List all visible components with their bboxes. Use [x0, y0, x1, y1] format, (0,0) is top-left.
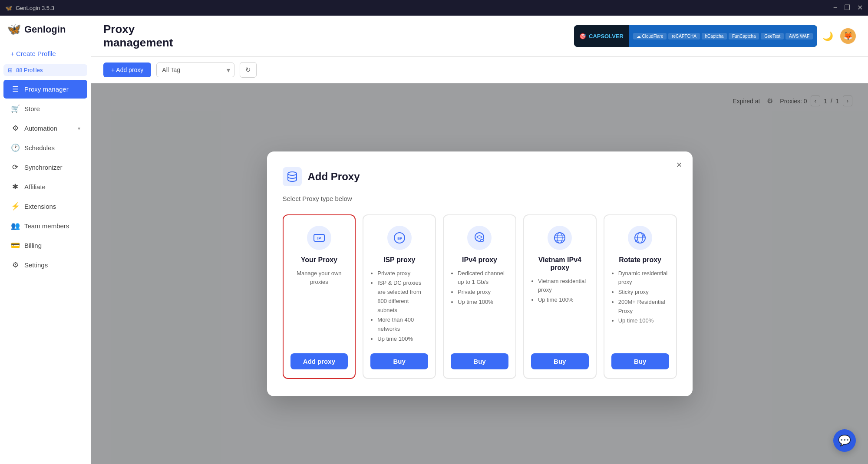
isp-proxy-title: ISP proxy	[383, 256, 416, 264]
sidebar-item-label: Proxy manager	[24, 86, 80, 93]
chevron-down-icon: ▾	[78, 125, 80, 132]
rotate-proxy-title: Rotate proxy	[619, 256, 661, 264]
schedules-icon: 🕐	[10, 143, 20, 152]
titlebar: 🦋 GenLogin 3.5.3 − ❐ ✕	[0, 0, 868, 16]
billing-icon: 💳	[10, 241, 20, 250]
proxy-card-rotate[interactable]: Rotate proxy Dynamic residential proxy S…	[604, 214, 677, 379]
sidebar-item-label: Store	[24, 105, 80, 112]
logo-icon: 🦋	[7, 23, 21, 36]
close-button[interactable]: ✕	[857, 4, 863, 11]
modal-title: Add Proxy	[308, 171, 360, 183]
banner-inner: 🎯 CAPSOLVER ☁ CloudFlare reCAPTCHA hCapt…	[574, 25, 817, 47]
sidebar-item-synchronizer[interactable]: ⟳ Synchronizer	[3, 158, 87, 177]
rotate-proxy-button[interactable]: Buy	[611, 353, 669, 369]
isp-icon: ISP	[393, 231, 406, 245]
isp-proxy-icon: ISP	[387, 226, 412, 250]
vietnam-proxy-desc: Vietnam residential proxy Up time 100%	[531, 277, 589, 345]
rotate-proxy-icon	[628, 226, 652, 250]
create-profile-button[interactable]: + Create Profile	[3, 46, 87, 61]
add-proxy-label: + Add proxy	[111, 66, 143, 73]
svg-point-0	[288, 172, 297, 175]
avatar-icon: 🦊	[843, 31, 853, 41]
add-proxy-button[interactable]: + Add proxy	[103, 63, 151, 77]
proxy-card-ipv4[interactable]: IPv4 proxy Dedicated channel up to 1 Gb/…	[443, 214, 516, 379]
modal-close-button[interactable]: ×	[677, 160, 682, 170]
modal-icon	[283, 167, 302, 186]
your-proxy-desc: Manage your own proxies	[290, 269, 348, 345]
tag-select-wrapper: All Tag	[156, 63, 234, 77]
modal-subtitle: Select Proxy type below	[283, 195, 677, 202]
create-profile-label: + Create Profile	[10, 50, 56, 57]
proxy-card-your-proxy[interactable]: IP Your Proxy Manage your own proxies Ad…	[283, 214, 356, 379]
banner-capsolver: 🎯 CAPSOLVER	[574, 25, 629, 47]
sidebar-logo: 🦋 Genlogin	[0, 23, 91, 45]
sidebar-item-label: Extensions	[24, 203, 80, 210]
sidebar-item-label: Settings	[24, 261, 80, 269]
ipv4-proxy-title: IPv4 proxy	[462, 256, 497, 264]
globe-pin-icon	[472, 231, 486, 245]
isp-proxy-desc: Private proxy ISP & DC proxies are selec…	[370, 269, 428, 345]
sidebar-item-settings[interactable]: ⚙ Settings	[3, 256, 87, 274]
tag-select[interactable]: All Tag	[156, 63, 234, 77]
ipv4-proxy-desc: Dedicated channel up to 1 Gb/s Private p…	[451, 269, 508, 345]
sidebar-item-team-members[interactable]: 👥 Team members	[3, 217, 87, 235]
maximize-button[interactable]: ❐	[844, 4, 850, 11]
chat-icon: 💬	[838, 434, 851, 447]
capsolver-icon: 🎯	[579, 33, 586, 39]
banner-tag-cloudflare: ☁ CloudFlare	[633, 33, 667, 39]
proxy-card-vietnam[interactable]: Vietnam IPv4 proxy Vietnam residential p…	[523, 214, 597, 379]
rotate-proxy-desc: Dynamic residential proxy Sticky proxy 2…	[611, 269, 669, 345]
sidebar-item-billing[interactable]: 💳 Billing	[3, 236, 87, 255]
titlebar-title: 🦋 GenLogin 3.5.3	[5, 5, 54, 11]
proxy-manager-icon: ☰	[10, 85, 20, 94]
profiles-badge: ⊞ 88 Profiles	[3, 64, 87, 76]
svg-point-7	[481, 240, 483, 241]
automation-icon: ⚙	[10, 124, 20, 133]
banner-tag-hcaptcha: hCaptcha	[702, 33, 727, 39]
sidebar: 🦋 Genlogin + Create Profile ⊞ 88 Profile…	[0, 16, 91, 464]
dark-mode-button[interactable]: 🌙	[822, 31, 833, 41]
modal-header: Add Proxy	[283, 167, 677, 186]
vietnam-proxy-button[interactable]: Buy	[531, 353, 589, 369]
add-proxy-modal: Add Proxy × Select Proxy type below IP	[267, 151, 693, 396]
ipv4-proxy-icon	[467, 226, 492, 250]
sidebar-item-label: Schedules	[24, 144, 80, 151]
sidebar-item-label: Automation	[24, 125, 73, 132]
banner-tags: ☁ CloudFlare reCAPTCHA hCaptcha FunCaptc…	[629, 25, 817, 47]
main-content: Proxy management 🎯 CAPSOLVER ☁ CloudFlar…	[91, 16, 868, 464]
database-icon	[286, 171, 298, 183]
rotate-globe-icon	[633, 231, 647, 245]
banner-tag-awswaf: AWS WAF	[785, 33, 813, 39]
sidebar-item-affiliate[interactable]: ✱ Affiliate	[3, 178, 87, 196]
header-right: 🎯 CAPSOLVER ☁ CloudFlare reCAPTCHA hCapt…	[574, 25, 856, 47]
content-area: Expired at ⚙ Proxies: 0 ‹ 1 / 1 ›	[91, 83, 868, 464]
banner-tag-funcaptcha: FunCaptcha	[729, 33, 759, 39]
globe-icon	[553, 231, 567, 245]
ip-icon: IP	[312, 231, 326, 245]
sidebar-item-automation[interactable]: ⚙ Automation ▾	[3, 119, 87, 138]
minimize-button[interactable]: −	[833, 4, 837, 11]
header-icons: 🌙 🦊	[822, 28, 856, 44]
your-proxy-button[interactable]: Add proxy	[290, 353, 348, 369]
svg-text:ISP: ISP	[396, 237, 403, 240]
profiles-icon: ⊞	[8, 67, 13, 73]
banner-tag-geetest: GeeTest	[761, 33, 784, 39]
proxy-card-isp[interactable]: ISP ISP proxy Private proxy ISP & DC pro…	[363, 214, 436, 379]
page-title: Proxy management	[103, 23, 173, 49]
affiliate-icon: ✱	[10, 182, 20, 191]
isp-proxy-button[interactable]: Buy	[370, 353, 428, 369]
sidebar-item-proxy-manager[interactable]: ☰ Proxy manager	[3, 80, 87, 99]
chat-button[interactable]: 💬	[833, 429, 856, 452]
svg-text:IP: IP	[317, 236, 321, 240]
avatar[interactable]: 🦊	[840, 28, 856, 44]
vietnam-proxy-icon	[548, 226, 572, 250]
modal-overlay[interactable]: Add Proxy × Select Proxy type below IP	[91, 83, 868, 464]
sidebar-item-store[interactable]: 🛒 Store	[3, 99, 87, 118]
ipv4-proxy-button[interactable]: Buy	[451, 353, 508, 369]
sidebar-item-extensions[interactable]: ⚡ Extensions	[3, 197, 87, 216]
sidebar-item-schedules[interactable]: 🕐 Schedules	[3, 138, 87, 157]
toolbar: + Add proxy All Tag ↻	[91, 57, 868, 83]
refresh-button[interactable]: ↻	[240, 62, 257, 78]
team-icon: 👥	[10, 221, 20, 230]
banner[interactable]: 🎯 CAPSOLVER ☁ CloudFlare reCAPTCHA hCapt…	[574, 25, 817, 47]
